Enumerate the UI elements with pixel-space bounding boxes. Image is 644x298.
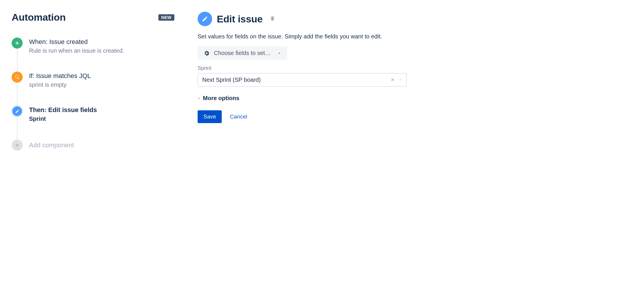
step-trigger[interactable]: When: Issue created Rule is run when an … xyxy=(12,38,174,72)
save-button[interactable]: Save xyxy=(198,110,222,123)
step-action-title: Then: Edit issue fields xyxy=(29,106,97,114)
step-action[interactable]: Then: Edit issue fields Sprint xyxy=(12,106,174,140)
step-condition-desc: sprint is empty xyxy=(29,81,91,88)
panel-title: Edit issue xyxy=(217,13,263,25)
new-badge: NEW xyxy=(158,14,174,21)
sprint-select[interactable]: Next Sprint (SP board) ✕ xyxy=(198,73,407,87)
page-title: Automation xyxy=(12,12,66,23)
step-trigger-title: When: Issue created xyxy=(29,38,124,46)
step-condition[interactable]: If: Issue matches JQL sprint is empty xyxy=(12,72,174,106)
sprint-select-value: Next Sprint (SP board) xyxy=(202,77,261,83)
step-add-component[interactable]: Add component xyxy=(12,140,174,151)
more-options-toggle[interactable]: More options xyxy=(198,95,407,102)
gear-icon xyxy=(203,50,210,56)
chevron-down-icon xyxy=(277,51,281,55)
pencil-icon xyxy=(12,106,23,117)
step-condition-title: If: Issue matches JQL xyxy=(29,72,91,80)
plus-icon xyxy=(12,38,23,49)
plus-icon xyxy=(12,140,23,151)
add-component-label: Add component xyxy=(29,140,74,149)
search-icon xyxy=(12,72,23,83)
sprint-field-label: Sprint xyxy=(198,65,407,71)
panel-description: Set values for fields on the issue. Simp… xyxy=(198,33,407,40)
more-options-label: More options xyxy=(203,95,239,102)
clear-icon[interactable]: ✕ xyxy=(391,77,394,83)
trash-icon[interactable] xyxy=(270,16,275,22)
cancel-button[interactable]: Cancel xyxy=(230,113,247,120)
chevron-down-icon[interactable] xyxy=(398,78,402,82)
pencil-icon xyxy=(198,12,212,26)
chevron-right-icon xyxy=(198,97,201,100)
step-trigger-desc: Rule is run when an issue is created. xyxy=(29,47,124,54)
field-chooser-label: Choose fields to set… xyxy=(214,50,271,56)
field-chooser-dropdown[interactable]: Choose fields to set… xyxy=(198,46,287,60)
rule-steps: When: Issue created Rule is run when an … xyxy=(12,38,174,151)
step-action-sub: Sprint xyxy=(29,116,97,122)
